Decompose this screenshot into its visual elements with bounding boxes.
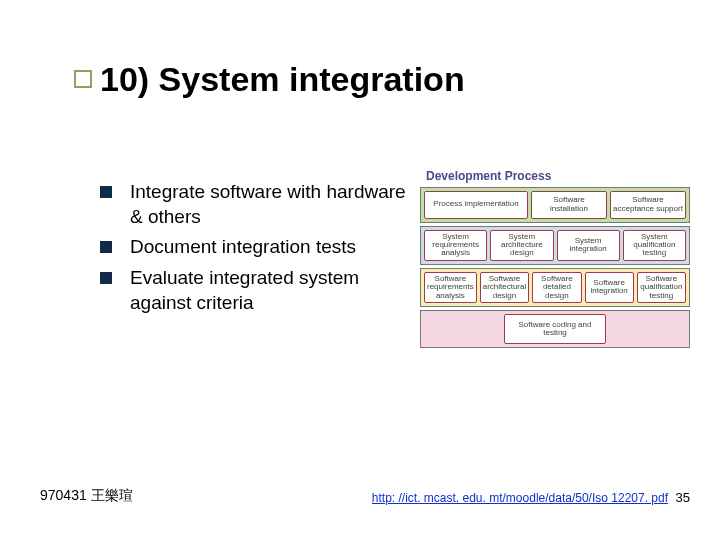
diagram-row-2: System requirements analysis System arch… bbox=[420, 226, 690, 265]
list-item: Integrate software with hardware & other… bbox=[100, 180, 420, 229]
diagram-cell: Software requirements analysis bbox=[424, 272, 477, 303]
diagram-cell: System qualification testing bbox=[623, 230, 686, 261]
diagram-row-3: Software requirements analysis Software … bbox=[420, 268, 690, 307]
footer-source-link[interactable]: http: //ict. mcast. edu. mt/moodle/data/… bbox=[372, 491, 668, 505]
bullet-text: Evaluate integrated system against crite… bbox=[130, 266, 420, 315]
diagram-cell: Process implementation bbox=[424, 191, 528, 219]
slide-title-wrap: 10) System integration bbox=[100, 60, 465, 99]
diagram-cell: Software installation bbox=[531, 191, 607, 219]
slide-number: 35 bbox=[676, 490, 690, 505]
process-diagram: Development Process Process implementati… bbox=[420, 170, 690, 351]
diagram-row-1: Process implementation Software installa… bbox=[420, 187, 690, 223]
diagram-cell: Software qualification testing bbox=[637, 272, 686, 303]
bullet-icon bbox=[100, 272, 112, 284]
diagram-heading: Development Process bbox=[426, 170, 690, 183]
bullet-icon bbox=[100, 241, 112, 253]
diagram-cell: Software integration bbox=[585, 272, 634, 303]
title-accent-square bbox=[74, 70, 92, 88]
diagram-cell: System architecture design bbox=[490, 230, 553, 261]
bullet-text: Integrate software with hardware & other… bbox=[130, 180, 420, 229]
bullet-text: Document integration tests bbox=[130, 235, 420, 260]
diagram-cell: Software acceptance support bbox=[610, 191, 686, 219]
diagram-cell: System integration bbox=[557, 230, 620, 261]
diagram-cell: Software detailed design bbox=[532, 272, 581, 303]
list-item: Document integration tests bbox=[100, 235, 420, 260]
diagram-cell: Software architectural design bbox=[480, 272, 530, 303]
list-item: Evaluate integrated system against crite… bbox=[100, 266, 420, 315]
diagram-cell: System requirements analysis bbox=[424, 230, 487, 261]
slide-title: 10) System integration bbox=[100, 60, 465, 99]
footer-author: 970431 王樂瑄 bbox=[40, 487, 133, 505]
bullet-icon bbox=[100, 186, 112, 198]
diagram-row-4: Software coding and testing bbox=[420, 310, 690, 348]
diagram-cell: Software coding and testing bbox=[504, 314, 606, 344]
bullet-list: Integrate software with hardware & other… bbox=[100, 180, 420, 321]
